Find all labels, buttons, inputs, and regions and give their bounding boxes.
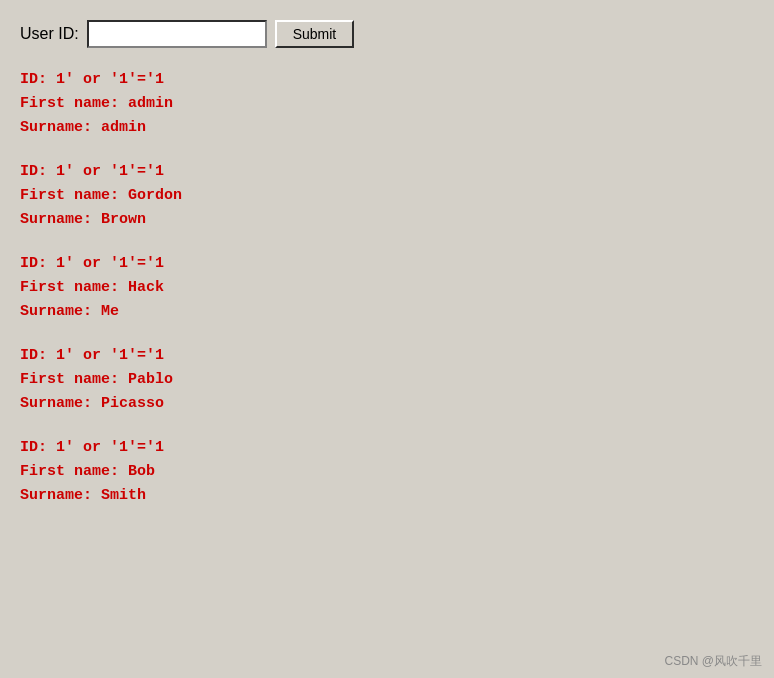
result-first-name-line: First name: admin bbox=[20, 92, 754, 116]
result-surname-line: Surname: Smith bbox=[20, 484, 754, 508]
user-id-input[interactable] bbox=[87, 20, 267, 48]
result-id-line: ID: 1' or '1'='1 bbox=[20, 252, 754, 276]
result-surname-line: Surname: Brown bbox=[20, 208, 754, 232]
result-block: ID: 1' or '1'='1First name: GordonSurnam… bbox=[20, 160, 754, 232]
result-id-line: ID: 1' or '1'='1 bbox=[20, 436, 754, 460]
result-first-name-line: First name: Pablo bbox=[20, 368, 754, 392]
result-id-line: ID: 1' or '1'='1 bbox=[20, 160, 754, 184]
result-first-name-line: First name: Bob bbox=[20, 460, 754, 484]
result-surname-line: Surname: admin bbox=[20, 116, 754, 140]
result-id-line: ID: 1' or '1'='1 bbox=[20, 344, 754, 368]
result-first-name-line: First name: Hack bbox=[20, 276, 754, 300]
result-first-name-line: First name: Gordon bbox=[20, 184, 754, 208]
result-block: ID: 1' or '1'='1First name: BobSurname: … bbox=[20, 436, 754, 508]
submit-button[interactable]: Submit bbox=[275, 20, 355, 48]
user-id-label: User ID: bbox=[20, 25, 79, 43]
result-surname-line: Surname: Picasso bbox=[20, 392, 754, 416]
result-id-line: ID: 1' or '1'='1 bbox=[20, 68, 754, 92]
user-id-form: User ID: Submit bbox=[20, 20, 754, 48]
result-surname-line: Surname: Me bbox=[20, 300, 754, 324]
result-block: ID: 1' or '1'='1First name: PabloSurname… bbox=[20, 344, 754, 416]
watermark: CSDN @风吹千里 bbox=[664, 653, 762, 670]
results-area: ID: 1' or '1'='1First name: adminSurname… bbox=[20, 68, 754, 508]
result-block: ID: 1' or '1'='1First name: HackSurname:… bbox=[20, 252, 754, 324]
result-block: ID: 1' or '1'='1First name: adminSurname… bbox=[20, 68, 754, 140]
